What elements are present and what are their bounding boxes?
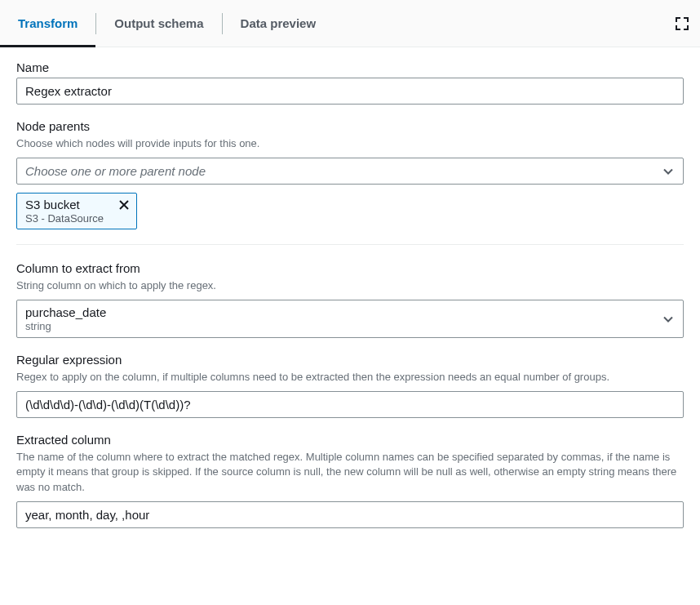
parent-chip: S3 bucket S3 - DataSource — [16, 193, 137, 229]
regex-field: Regular expression Regex to apply on the… — [16, 353, 684, 418]
tab-bar: Transform Output schema Data preview — [0, 0, 700, 47]
node-parents-placeholder: Choose one or more parent node — [25, 164, 206, 178]
node-parents-label: Node parents — [16, 119, 684, 133]
tab-output-schema[interactable]: Output schema — [96, 0, 221, 47]
name-input[interactable] — [16, 78, 684, 105]
parent-chip-sub: S3 - DataSource — [25, 212, 107, 225]
divider — [16, 244, 684, 245]
extracted-label: Extracted column — [16, 433, 684, 447]
tab-data-preview[interactable]: Data preview — [223, 0, 334, 47]
extracted-input[interactable] — [16, 501, 684, 528]
name-label: Name — [16, 60, 684, 74]
extracted-desc: The name of the column where to extract … — [16, 450, 684, 496]
extracted-field: Extracted column The name of the column … — [16, 433, 684, 529]
node-parents-desc: Choose which nodes will provide inputs f… — [16, 136, 684, 152]
close-icon[interactable] — [118, 199, 130, 213]
column-extract-desc: String column on which to apply the rege… — [16, 278, 684, 294]
node-parents-select[interactable]: Choose one or more parent node — [16, 158, 684, 185]
tab-transform[interactable]: Transform — [0, 0, 95, 47]
column-extract-type: string — [25, 320, 655, 332]
parent-chip-title: S3 bucket — [25, 198, 107, 211]
node-parents-field: Node parents Choose which nodes will pro… — [16, 119, 684, 229]
expand-icon[interactable] — [676, 17, 689, 30]
name-field: Name — [16, 60, 684, 105]
regex-label: Regular expression — [16, 353, 684, 367]
column-extract-select[interactable]: purchase_date string — [16, 300, 684, 338]
regex-desc: Regex to apply on the column, if multipl… — [16, 370, 684, 385]
column-extract-field: Column to extract from String column on … — [16, 261, 684, 338]
form-content: Name Node parents Choose which nodes wil… — [0, 47, 700, 548]
regex-input[interactable] — [16, 391, 684, 418]
chevron-down-icon — [663, 312, 673, 326]
column-extract-label: Column to extract from — [16, 261, 684, 275]
chevron-down-icon — [663, 164, 673, 178]
column-extract-value: purchase_date — [25, 305, 655, 319]
